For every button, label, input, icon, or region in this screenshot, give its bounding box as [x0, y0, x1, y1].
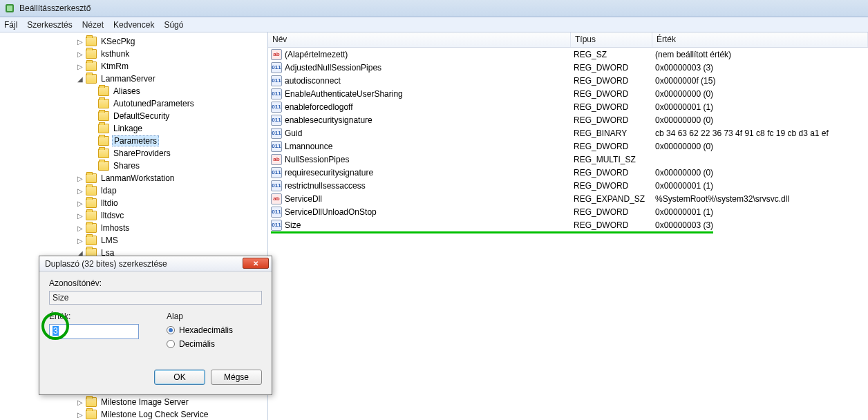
col-value[interactable]: Érték	[652, 32, 868, 47]
tree-item[interactable]: ▷Milestone Image Server	[0, 396, 267, 408]
value-name: ServiceDll	[285, 194, 574, 204]
list-row[interactable]: 011autodisconnectREG_DWORD0x0000000f (15…	[268, 74, 868, 87]
value-name: (Alapértelmezett)	[285, 50, 574, 59]
expander-icon[interactable]	[88, 99, 97, 108]
list-row[interactable]: abServiceDllREG_EXPAND_SZ%SystemRoot%\sy…	[268, 192, 868, 205]
tree-item[interactable]: Linkage	[0, 122, 267, 135]
expander-icon[interactable]: ▷	[76, 50, 84, 58]
expander-icon[interactable]	[88, 137, 97, 145]
list-row[interactable]: 011requiresecuritysignatureREG_DWORD0x00…	[268, 166, 868, 179]
tree-item[interactable]: DefaultSecurity	[0, 110, 267, 122]
dialog-titlebar[interactable]: Duplaszó (32 bites) szerkesztése ✕	[39, 256, 272, 271]
tree-label: Parameters	[112, 135, 159, 146]
tree-label: LanmanWorkstation	[100, 173, 176, 183]
tree-label: DefaultSecurity	[112, 111, 171, 121]
expander-icon[interactable]	[88, 112, 97, 120]
expander-icon[interactable]: ▷	[76, 37, 84, 46]
value-data: 0x0000000f (15)	[655, 76, 868, 86]
expander-icon[interactable]	[88, 162, 97, 170]
tree-item[interactable]: ◢LanmanServer	[0, 73, 267, 85]
value-data: 0x00000000 (0)	[655, 89, 868, 99]
value-name: restrictnullsessaccess	[285, 181, 574, 191]
cancel-button[interactable]: Mégse	[211, 370, 262, 385]
tree-item[interactable]: ▷lltdsvc	[0, 209, 267, 222]
expander-icon[interactable]: ▷	[76, 236, 84, 245]
list-row[interactable]: 011enablesecuritysignatureREG_DWORD0x000…	[268, 113, 868, 126]
expander-icon[interactable]: ▷	[76, 410, 84, 419]
tree-item[interactable]: AutotunedParameters	[0, 97, 267, 110]
tree-item[interactable]: ▷ksthunk	[0, 48, 267, 60]
value-name: enablesecuritysignature	[285, 115, 574, 125]
expander-icon[interactable]	[88, 87, 97, 95]
menu-edit[interactable]: Szerkesztés	[27, 20, 72, 30]
binary-icon: 011	[271, 115, 282, 126]
string-icon: ab	[271, 154, 282, 165]
expander-icon[interactable]: ▷	[76, 211, 84, 220]
col-type[interactable]: Típus	[571, 32, 652, 47]
list-row[interactable]: 011enableforcedlogoffREG_DWORD0x00000001…	[268, 100, 868, 113]
expander-icon[interactable]: ▷	[76, 174, 84, 182]
value-name: Size	[285, 220, 574, 230]
folder-icon	[86, 198, 97, 208]
list-row[interactable]: 011SizeREG_DWORD0x00000003 (3)	[268, 218, 868, 231]
tree-item[interactable]: Aliases	[0, 85, 267, 97]
tree-item[interactable]: ▷LanmanWorkstation	[0, 172, 267, 184]
col-name[interactable]: Név	[268, 32, 571, 47]
tree-label: KSecPkg	[100, 37, 136, 46]
value-input[interactable]: 3	[49, 324, 139, 339]
list-row[interactable]: 011EnableAuthenticateUserSharingREG_DWOR…	[268, 87, 868, 100]
list-row[interactable]: 011AdjustedNullSessionPipesREG_DWORD0x00…	[268, 61, 868, 74]
tree-item[interactable]: ▷ldap	[0, 184, 267, 197]
expander-icon[interactable]: ▷	[76, 62, 84, 70]
value-name: Guid	[285, 128, 574, 138]
tree-item[interactable]: ShareProviders	[0, 147, 267, 160]
value-data: 0x00000003 (3)	[655, 63, 868, 73]
value-type: REG_DWORD	[574, 115, 655, 125]
expander-icon[interactable]	[88, 149, 97, 158]
expander-icon[interactable]: ▷	[76, 199, 84, 207]
value-name: ServiceDllUnloadOnStop	[285, 207, 574, 217]
list-panel[interactable]: Név Típus Érték ab(Alapértelmezett)REG_S…	[268, 32, 868, 420]
tree-item[interactable]: ▷Milestone Log Check Service	[0, 408, 267, 420]
string-icon: ab	[271, 193, 282, 204]
value-type: REG_DWORD	[574, 102, 655, 112]
tree-item[interactable]: ▷lltdio	[0, 197, 267, 209]
close-icon[interactable]: ✕	[243, 258, 269, 269]
expander-icon[interactable]: ▷	[76, 187, 84, 195]
list-row[interactable]: 011ServiceDllUnloadOnStopREG_DWORD0x0000…	[268, 205, 868, 218]
list-row[interactable]: 011restrictnullsessaccessREG_DWORD0x0000…	[268, 179, 868, 192]
tree-item[interactable]: ▷lmhosts	[0, 222, 267, 234]
binary-icon: 011	[271, 141, 282, 152]
folder-icon	[86, 410, 97, 419]
tree-label: lmhosts	[100, 223, 131, 233]
value-name: EnableAuthenticateUserSharing	[285, 89, 574, 99]
menu-favorites[interactable]: Kedvencek	[113, 20, 154, 30]
name-label: Azonosítónév:	[49, 278, 262, 288]
list-row[interactable]: 011GuidREG_BINARYcb 34 63 62 22 36 73 4f…	[268, 126, 868, 140]
expander-icon[interactable]: ▷	[76, 224, 84, 232]
value-name: requiresecuritysignature	[285, 168, 574, 178]
tree-item[interactable]: Shares	[0, 160, 267, 172]
radio-dec[interactable]: Decimális	[167, 339, 262, 349]
menu-view[interactable]: Nézet	[82, 20, 104, 30]
ok-button[interactable]: OK	[154, 370, 205, 385]
list-row[interactable]: ab(Alapértelmezett)REG_SZ(nem beállított…	[268, 48, 868, 61]
expander-icon[interactable]	[88, 124, 97, 133]
folder-icon	[86, 173, 97, 183]
tree-item[interactable]: ▷LMS	[0, 234, 267, 247]
tree-label: LMS	[100, 236, 120, 245]
expander-icon[interactable]: ◢	[76, 75, 84, 83]
radio-hex[interactable]: Hexadecimális	[167, 325, 262, 335]
menu-file[interactable]: Fájl	[4, 20, 17, 30]
highlight-marker	[271, 231, 713, 233]
menu-help[interactable]: Súgó	[164, 20, 183, 30]
list-row[interactable]: abNullSessionPipesREG_MULTI_SZ	[268, 153, 868, 166]
expander-icon[interactable]: ▷	[76, 398, 84, 406]
value-type: REG_DWORD	[574, 76, 655, 86]
tree-label: Milestone Image Server	[100, 397, 190, 407]
folder-icon	[86, 397, 97, 407]
tree-item[interactable]: ▷KSecPkg	[0, 35, 267, 48]
tree-item[interactable]: ▷KtmRm	[0, 60, 267, 73]
list-row[interactable]: 011LmannounceREG_DWORD0x00000000 (0)	[268, 140, 868, 153]
tree-item[interactable]: Parameters	[0, 135, 267, 147]
